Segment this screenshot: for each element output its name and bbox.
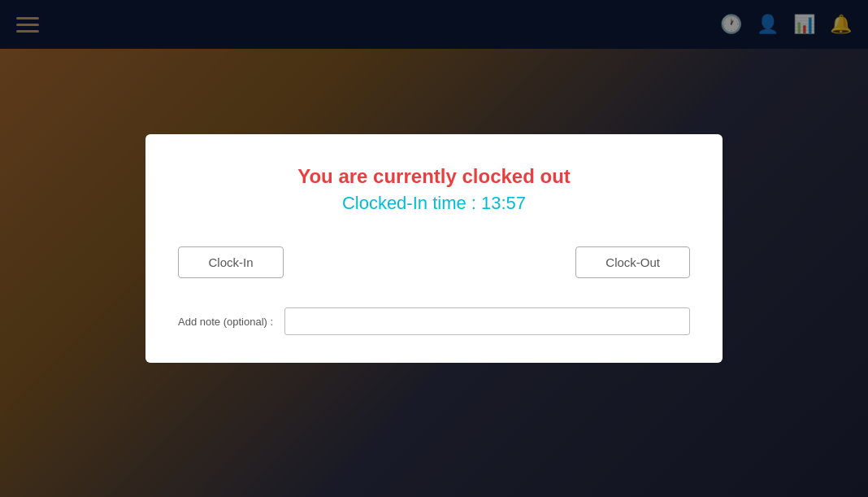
clock-modal: You are currently clocked out Clocked-In…: [145, 134, 723, 363]
note-label: Add note (optional) :: [178, 316, 273, 328]
modal-overlay: You are currently clocked out Clocked-In…: [0, 0, 868, 497]
modal-title: You are currently clocked out: [178, 165, 690, 188]
modal-buttons: Clock-In Clock-Out: [178, 246, 690, 278]
clock-out-button[interactable]: Clock-Out: [575, 246, 690, 278]
modal-subtitle: Clocked-In time : 13:57: [178, 193, 690, 214]
note-input[interactable]: [284, 307, 690, 335]
note-row: Add note (optional) :: [178, 307, 690, 335]
clock-in-button[interactable]: Clock-In: [178, 246, 284, 278]
